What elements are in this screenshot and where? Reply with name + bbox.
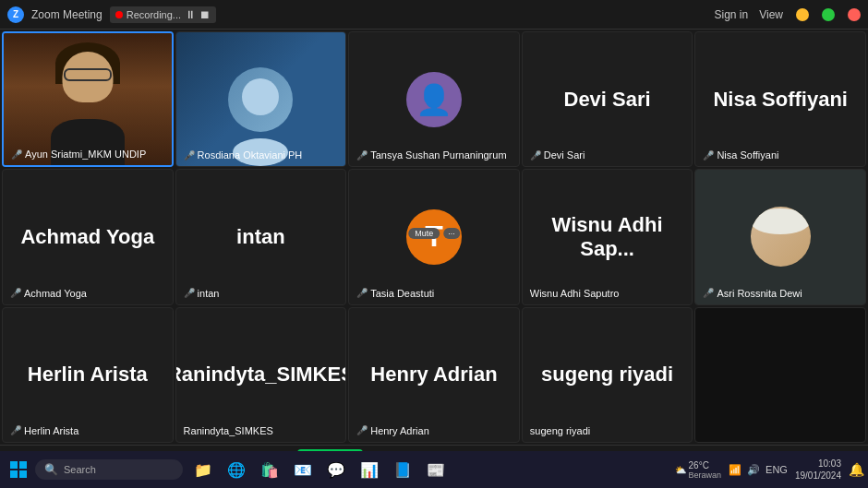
devi-display-name: Devi Sari — [564, 88, 651, 112]
svg-rect-0 — [10, 461, 18, 469]
participant-tile-wisnu: Wisnu Adhi Sap... Wisnu Adhi Saputro — [522, 169, 693, 304]
weather-widget: ⛅ 26°C Berawan — [675, 460, 722, 480]
weather-desc: Berawan — [689, 470, 722, 480]
participant-tile-tasia: T Mute ··· 🎤 Tasia Deastuti — [348, 169, 520, 304]
taskbar-search[interactable]: 🔍 Search — [35, 459, 183, 480]
ayun-video — [4, 33, 172, 165]
participant-tile-devi: Devi Sari 🎤 Devi Sari — [522, 31, 693, 167]
search-icon: 🔍 — [44, 463, 58, 476]
mic-off-icon-devi: 🎤 — [530, 150, 541, 161]
taskbar-app-mail[interactable]: 📧 — [288, 455, 318, 484]
tansya-name: Tansya Sushan Purnaningrum — [370, 149, 506, 161]
temperature: 26°C — [689, 460, 722, 470]
sugeng-name: sugeng riyadi — [530, 425, 590, 436]
app-title: Zoom Meeting — [31, 8, 102, 21]
svg-rect-2 — [10, 470, 18, 478]
mic-off-icon-nisa: 🎤 — [703, 150, 714, 161]
recording-text: Recording... — [127, 9, 181, 20]
mic-off-icon-tansya: 🎤 — [356, 150, 368, 161]
notification-button[interactable]: 🔔 — [849, 462, 864, 477]
title-bar-right: Sign in View — [715, 8, 862, 21]
taskbar-app-store[interactable]: 🛍️ — [255, 455, 284, 484]
sugeng-display-name: sugeng riyadi — [541, 363, 673, 387]
windows-logo-icon — [10, 461, 27, 478]
asri-photo — [695, 170, 865, 304]
wisnu-label: Wisnu Adhi Saputro — [530, 288, 620, 299]
herlin-label: 🎤 Herlin Arista — [10, 425, 78, 436]
lang-indicator[interactable]: ENG — [766, 464, 788, 475]
intan-display-name: intan — [236, 225, 285, 249]
participant-tile-ayun: 🎤 Ayun Sriatmi_MKM UNDIP — [2, 31, 174, 167]
intan-label: 🎤 intan — [184, 288, 220, 299]
nisa-display-name: Nisa Soffiyani — [713, 88, 847, 112]
achmad-display-name: Achmad Yoga — [20, 225, 154, 249]
mic-off-icon: 🎤 — [11, 149, 22, 160]
stop-button[interactable]: ⏹ — [199, 8, 211, 21]
mic-off-icon-achmad: 🎤 — [10, 288, 21, 298]
network-icon[interactable]: 📶 — [729, 464, 741, 476]
svg-rect-1 — [19, 461, 27, 469]
mic-off-icon-asri: 🎤 — [703, 288, 714, 298]
participant-tile-sugeng: sugeng riyadi sugeng riyadi — [522, 307, 693, 443]
henry-label: 🎤 Henry Adrian — [356, 425, 429, 436]
view-button[interactable]: View — [759, 8, 783, 21]
ayun-label: 🎤 Ayun Sriatmi_MKM UNDIP — [11, 149, 146, 160]
mute-label: Mute — [408, 228, 440, 239]
participant-tile-ranindyta: Ranindyta_SIMKES Ranindyta_SIMKES — [175, 307, 347, 443]
close-button[interactable] — [848, 8, 861, 21]
mic-off-icon-herlin: 🎤 — [10, 425, 21, 435]
asri-name: Asri Rossnita Dewi — [717, 288, 802, 299]
devi-label: 🎤 Devi Sari — [530, 149, 585, 161]
herlin-name: Herlin Arista — [24, 425, 78, 436]
participant-tile-achmad: Achmad Yoga 🎤 Achmad Yoga — [2, 169, 174, 304]
rosdiana-photo — [176, 32, 346, 166]
svg-rect-3 — [19, 470, 27, 478]
tansya-label: 🎤 Tansya Sushan Purnaningrum — [356, 149, 506, 161]
system-clock[interactable]: 10:03 19/01/2024 — [795, 458, 841, 482]
mic-off-icon-tasia: 🎤 — [356, 288, 368, 298]
title-bar: Z Zoom Meeting Recording... ⏸ ⏹ Sign in … — [0, 0, 868, 30]
start-button[interactable] — [4, 455, 33, 484]
volume-icon[interactable]: 🔊 — [747, 464, 760, 476]
ayun-name: Ayun Sriatmi_MKM UNDIP — [25, 149, 146, 160]
asri-label: 🎤 Asri Rossnita Dewi — [703, 288, 802, 299]
pause-button[interactable]: ⏸ — [185, 8, 196, 21]
recording-badge[interactable]: Recording... ⏸ ⏹ — [110, 6, 216, 23]
tasia-label: 🎤 Tasia Deastuti — [356, 288, 434, 299]
taskbar-app-word[interactable]: 📘 — [388, 455, 417, 484]
henry-name: Henry Adrian — [370, 425, 429, 436]
devi-name: Devi Sari — [544, 149, 585, 161]
taskbar-app-excel[interactable]: 📊 — [355, 455, 384, 484]
system-tray: 📶 🔊 ENG — [729, 464, 788, 476]
clock-time: 10:03 — [795, 458, 841, 470]
clock-date: 19/01/2024 — [795, 470, 841, 482]
nisa-name: Nisa Soffiyani — [717, 149, 778, 161]
sugeng-label: sugeng riyadi — [530, 425, 590, 436]
ranindyta-display-name: Ranindyta_SIMKES — [175, 363, 347, 387]
nisa-label: 🎤 Nisa Soffiyani — [703, 149, 778, 161]
mic-off-icon-intan: 🎤 — [184, 288, 195, 298]
taskbar-apps: 📁 🌐 🛍️ 📧 💬 📊 📘 📰 — [185, 455, 673, 484]
intan-name: intan — [198, 288, 220, 299]
weather-icon: ⛅ — [675, 465, 686, 475]
participant-tile-tansya: 👤 🎤 Tansya Sushan Purnaningrum — [348, 31, 520, 167]
mic-off-icon-rosdiana: 🎤 — [184, 150, 195, 161]
taskbar-app-file-explorer[interactable]: 📁 — [188, 455, 218, 484]
tasia-mute-indicator: Mute ··· — [408, 228, 460, 239]
more-label: ··· — [443, 228, 460, 239]
taskbar-app-edge[interactable]: 🌐 — [222, 455, 251, 484]
wisnu-display-name: Wisnu Adhi Sap... — [523, 213, 693, 261]
maximize-button[interactable] — [822, 8, 835, 21]
sign-in-button[interactable]: Sign in — [715, 8, 749, 21]
participant-tile-herlin: Herlin Arista 🎤 Herlin Arista — [2, 307, 174, 443]
taskbar-app-powerpoint[interactable]: 📰 — [421, 455, 451, 484]
zoom-logo: Z — [7, 6, 24, 23]
participant-tile-asri: 🎤 Asri Rossnita Dewi — [694, 169, 866, 304]
mic-off-icon-henry: 🎤 — [356, 425, 368, 435]
video-grid: 🎤 Ayun Sriatmi_MKM UNDIP 🎤 Rosdiana Okta… — [0, 30, 868, 445]
minimize-button[interactable] — [796, 8, 809, 21]
wisnu-name: Wisnu Adhi Saputro — [530, 288, 620, 299]
participant-tile-rosdiana: 🎤 Rosdiana Oktaviani PH — [175, 31, 347, 167]
title-bar-left: Z Zoom Meeting Recording... ⏸ ⏹ — [7, 6, 216, 23]
taskbar-app-teams[interactable]: 💬 — [321, 455, 351, 484]
